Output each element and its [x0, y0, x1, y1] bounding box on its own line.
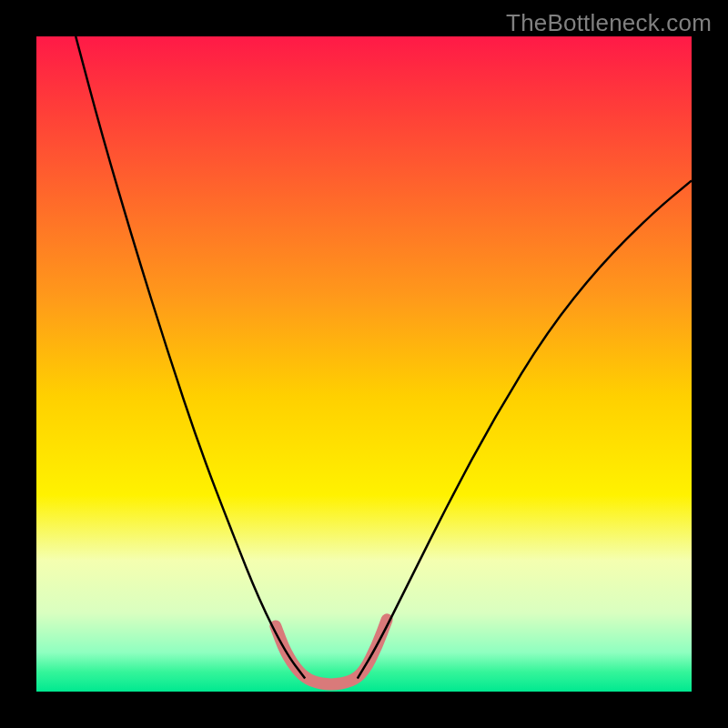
- series-left-branch: [76, 36, 305, 679]
- plot-area: [36, 36, 692, 692]
- series-right-branch: [358, 180, 692, 678]
- series-bottom-highlight: [276, 620, 387, 684]
- curve-layer: [36, 36, 692, 692]
- watermark-text: TheBottleneck.com: [506, 9, 712, 37]
- chart-frame: TheBottleneck.com: [0, 0, 728, 728]
